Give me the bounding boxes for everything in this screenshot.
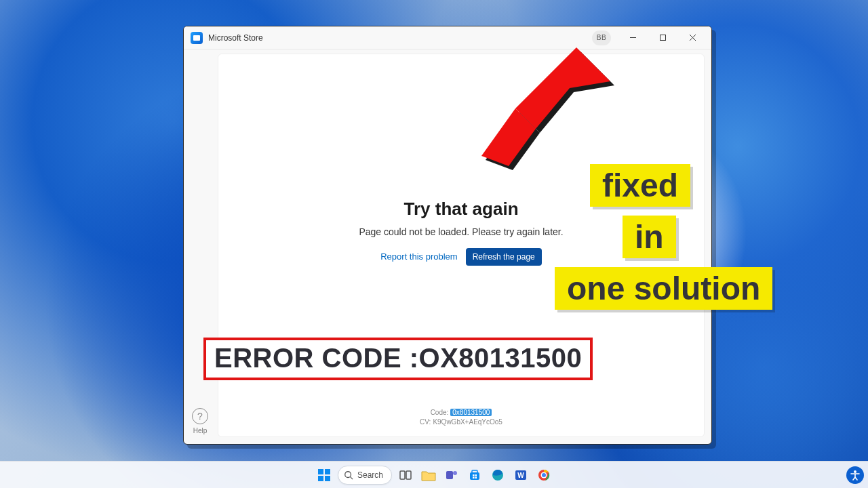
taskbar-search-label: Search <box>357 470 383 480</box>
svg-rect-9 <box>325 469 330 474</box>
word-icon[interactable]: W <box>511 466 530 485</box>
file-explorer-icon[interactable] <box>419 466 438 485</box>
error-code-block: Code: 0x80131500 CV: K9QwGbX+AEqYcOo5 <box>218 409 704 426</box>
help-label: Help <box>193 427 208 434</box>
svg-point-29 <box>542 473 546 477</box>
svg-rect-19 <box>472 470 477 473</box>
error-block: Try that again Page could not be loaded.… <box>359 199 563 266</box>
error-subtitle: Page could not be loaded. Please try aga… <box>359 226 563 237</box>
window-controls <box>618 28 707 48</box>
overlay-line-1: fixed <box>590 164 690 207</box>
svg-rect-15 <box>406 471 411 479</box>
overlay-line-2: in <box>623 216 676 258</box>
microsoft-store-taskbar-icon[interactable] <box>465 466 484 485</box>
user-initials-badge[interactable]: BB <box>592 30 611 45</box>
microsoft-store-icon <box>191 32 203 44</box>
svg-rect-23 <box>475 476 477 479</box>
svg-rect-14 <box>400 471 405 479</box>
close-button[interactable] <box>677 28 707 48</box>
report-problem-link[interactable]: Report this problem <box>380 251 457 262</box>
svg-text:W: W <box>517 472 524 479</box>
svg-rect-10 <box>318 476 323 481</box>
taskbar[interactable]: Search W <box>0 461 868 488</box>
desktop: Microsoft Store BB ? Help <box>0 0 868 488</box>
svg-rect-11 <box>325 476 330 481</box>
svg-rect-16 <box>446 471 453 479</box>
code-label: Code: <box>431 409 449 416</box>
cv-label: CV: <box>420 418 431 426</box>
taskbar-search[interactable]: Search <box>338 466 392 485</box>
svg-point-12 <box>345 471 351 477</box>
svg-point-17 <box>453 471 457 475</box>
svg-rect-8 <box>318 469 323 474</box>
edge-icon[interactable] <box>488 466 507 485</box>
search-icon <box>344 470 353 480</box>
titlebar[interactable]: Microsoft Store BB <box>184 26 711 49</box>
task-view-icon[interactable] <box>396 466 415 485</box>
window-title: Microsoft Store <box>208 33 263 43</box>
cv-value: K9QwGbX+AEqYcOo5 <box>433 418 502 426</box>
sidebar: ? Help <box>184 49 216 444</box>
svg-rect-22 <box>473 476 475 479</box>
svg-rect-20 <box>473 474 475 476</box>
svg-rect-1 <box>660 35 665 41</box>
chrome-icon[interactable] <box>534 466 553 485</box>
code-value[interactable]: 0x80131500 <box>450 409 492 416</box>
maximize-button[interactable] <box>648 28 677 48</box>
svg-point-30 <box>854 470 856 473</box>
help-icon[interactable]: ? <box>192 408 208 424</box>
error-title: Try that again <box>403 199 518 220</box>
start-button[interactable] <box>315 466 334 485</box>
overlay-line-3: one solution <box>555 267 772 310</box>
teams-icon[interactable] <box>442 466 461 485</box>
svg-rect-21 <box>475 474 477 476</box>
error-code-caption: ERROR CODE :OX80131500 <box>203 338 593 380</box>
accessibility-icon[interactable] <box>846 466 864 484</box>
refresh-page-button[interactable]: Refresh the page <box>466 248 542 266</box>
svg-line-13 <box>351 476 353 479</box>
minimize-button[interactable] <box>618 28 648 48</box>
